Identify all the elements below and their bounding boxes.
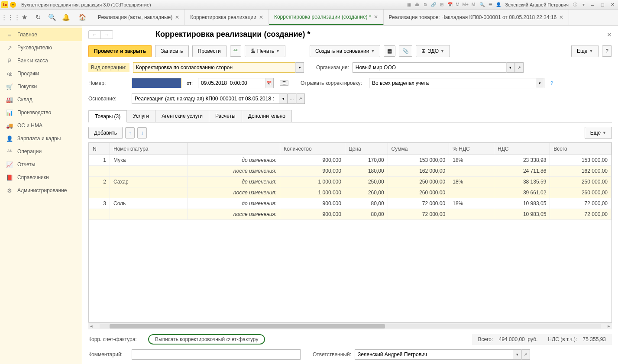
inner-tab[interactable]: Дополнительно <box>242 110 292 122</box>
dropdown-button[interactable]: ▾ <box>295 62 304 73</box>
toolbar-icon[interactable]: ▦ <box>405 1 412 8</box>
nav-tab[interactable]: Корректировка реализации✕ <box>185 10 269 25</box>
save-button[interactable]: Записать <box>155 45 188 57</box>
dropdown-icon[interactable]: ▾ <box>10 2 16 8</box>
clip-icon[interactable]: 🔗 <box>430 1 437 8</box>
close-page-button[interactable]: ✕ <box>607 31 612 38</box>
related-button[interactable]: ▦ <box>384 45 395 57</box>
move-up-button[interactable]: ↑ <box>125 127 135 139</box>
close-icon[interactable]: ✕ <box>175 14 179 20</box>
reflect-input[interactable] <box>369 78 536 88</box>
calendar-button[interactable]: 📅 <box>265 78 274 88</box>
table-row[interactable]: 1Мукадо изменения: 900,000170,00153 000,… <box>89 155 612 166</box>
write-invoice-button[interactable]: Выписать корректировочный счет-фактуру <box>148 334 265 345</box>
more-button[interactable]: … <box>288 93 296 104</box>
more-button[interactable]: Еще▼ <box>571 45 599 57</box>
close-icon[interactable]: ✕ <box>374 14 378 20</box>
back-button[interactable]: ← <box>89 31 101 39</box>
dt-kt-button[interactable]: ᴬᴷ <box>230 45 241 57</box>
sidebar-item[interactable]: 📊Производство <box>0 106 82 119</box>
help-link[interactable]: ? <box>550 81 553 86</box>
attach-button[interactable]: 📎 <box>399 45 412 57</box>
column-header[interactable]: Количество <box>280 143 345 155</box>
column-header[interactable]: НДС <box>494 143 550 155</box>
dropdown-button[interactable]: ▾ <box>536 78 544 88</box>
search-icon[interactable]: 🔍 <box>47 12 57 23</box>
nav-tab[interactable]: Корректировка реализации (создание) *✕ <box>269 10 384 25</box>
m-minus-button[interactable]: M- <box>472 2 477 7</box>
open-button[interactable]: ↗ <box>515 62 524 73</box>
table-row[interactable]: после изменения: 1 000,000260,00260 000,… <box>89 187 612 198</box>
m-plus-button[interactable]: M+ <box>463 2 469 7</box>
inner-tab[interactable]: Агентские услуги <box>155 110 209 122</box>
table-row[interactable]: после изменения: 900,000180,00162 000,00… <box>89 166 612 177</box>
close-icon[interactable]: ✕ <box>559 14 563 20</box>
open-button[interactable]: ↗ <box>296 93 305 104</box>
m-button[interactable]: M <box>456 2 459 7</box>
apps-icon[interactable]: ⋮⋮⋮ <box>5 12 16 23</box>
op-type-input[interactable] <box>133 62 295 73</box>
sidebar-item[interactable]: ⚙Администрирование <box>0 184 82 197</box>
org-input[interactable] <box>353 62 506 73</box>
column-header[interactable]: Номенклатура <box>110 143 188 155</box>
close-icon[interactable]: ✕ <box>259 14 263 20</box>
sidebar-item[interactable]: ᴬᴷОперации <box>0 145 82 158</box>
table-row[interactable]: 2Сахардо изменения: 1 000,000250,00250 0… <box>89 177 612 187</box>
list-button[interactable]: ☰ <box>280 81 288 86</box>
sidebar-item[interactable]: ≡Главное <box>0 28 82 41</box>
grid-more-button[interactable]: Еще▼ <box>585 127 612 139</box>
calc-icon[interactable]: ⊞ <box>438 1 445 8</box>
dropdown-button[interactable]: ▾ <box>506 62 515 73</box>
number-input[interactable] <box>132 78 181 88</box>
column-header[interactable]: Сумма <box>388 143 449 155</box>
column-header[interactable]: N <box>89 143 110 155</box>
dropdown-icon[interactable]: ▾ <box>580 1 587 8</box>
inner-tab[interactable]: Услуги <box>126 110 155 122</box>
move-down-button[interactable]: ↓ <box>137 127 147 139</box>
print-icon[interactable]: 🖶 <box>414 1 421 8</box>
sidebar-item[interactable]: 📕Справочники <box>0 171 82 184</box>
bell-icon[interactable]: 🔔 <box>61 12 71 23</box>
list-icon[interactable]: ☰ <box>487 1 494 8</box>
maximize-button[interactable]: □ <box>598 1 607 8</box>
sidebar-item[interactable]: 🏭Склад <box>0 93 82 106</box>
sidebar-item[interactable]: 🚚ОС и НМА <box>0 119 82 132</box>
zoom-icon[interactable]: 🔍 <box>479 1 485 8</box>
nav-tab[interactable]: Реализация товаров: Накладная КП00-00000… <box>384 10 569 25</box>
create-based-button[interactable]: Создать на основании▼ <box>310 45 380 57</box>
help-button[interactable]: ? <box>602 45 612 57</box>
calendar-icon[interactable]: 📅 <box>447 1 453 8</box>
inner-tab[interactable]: Расчеты <box>209 110 242 122</box>
dropdown-button[interactable]: ▾ <box>279 93 288 104</box>
sidebar-item[interactable]: 🛍Продажи <box>0 67 82 80</box>
column-header[interactable]: Всего <box>550 143 612 155</box>
open-button[interactable]: ↗ <box>521 349 530 360</box>
post-and-close-button[interactable]: Провести и закрыть <box>88 45 152 57</box>
inner-tab[interactable]: Товары (3) <box>88 110 127 122</box>
comment-input[interactable] <box>132 349 301 360</box>
sidebar-item[interactable]: ↗Руководителю <box>0 41 82 54</box>
sidebar-item[interactable]: 🛒Покупки <box>0 80 82 93</box>
sidebar-item[interactable]: 📈Отчеты <box>0 158 82 171</box>
date-input[interactable] <box>198 78 265 88</box>
history-icon[interactable]: ↻ <box>33 12 43 23</box>
doc-icon[interactable]: 🗎 <box>422 1 429 8</box>
minimize-button[interactable]: – <box>588 1 597 8</box>
close-button[interactable]: ✕ <box>608 1 617 8</box>
sidebar-item[interactable]: ₽Банк и касса <box>0 54 82 67</box>
column-header[interactable]: Цена <box>345 143 388 155</box>
responsible-input[interactable] <box>355 349 513 360</box>
post-button[interactable]: Провести <box>192 45 226 57</box>
horizontal-scrollbar[interactable]: ◂ ▸ <box>88 322 612 329</box>
column-header[interactable]: % НДС <box>449 143 494 155</box>
table-row[interactable]: 3Сольдо изменения: 900,00080,0072 000,00… <box>89 198 612 209</box>
print-button[interactable]: 🖶Печать▼ <box>245 45 285 57</box>
table-row[interactable]: после изменения: 900,00080,0072 000,00 1… <box>89 209 612 220</box>
forward-button[interactable]: → <box>101 31 113 39</box>
nav-tab[interactable]: Реализация (акты, накладные)✕ <box>93 10 185 25</box>
column-header[interactable] <box>188 143 280 155</box>
home-icon[interactable]: 🏠 <box>77 12 87 23</box>
dropdown-button[interactable]: ▾ <box>513 349 521 360</box>
info-icon[interactable]: ⓘ <box>572 1 579 8</box>
add-button[interactable]: Добавить <box>88 127 123 139</box>
